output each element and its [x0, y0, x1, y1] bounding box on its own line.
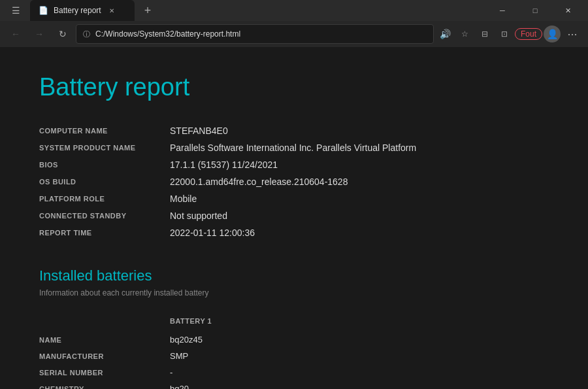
forward-btn[interactable]: →: [29, 24, 50, 44]
profile-avatar[interactable]: 👤: [544, 25, 561, 42]
info-value: 22000.1.amd64fre.co_release.210604-1628: [170, 173, 523, 190]
address-actions: 🔊 ☆ ⊟ ⊡ Fout 👤 ···: [436, 24, 583, 44]
refresh-btn[interactable]: ↻: [52, 24, 73, 44]
back-btn[interactable]: ←: [5, 24, 26, 44]
addressbar: ← → ↻ ⓘ C:/Windows/System32/battery-repo…: [0, 21, 588, 47]
battery-label: MANUFACTURER: [39, 348, 170, 364]
info-label: CONNECTED STANDBY: [39, 207, 170, 224]
battery-label: SERIAL NUMBER: [39, 364, 170, 381]
info-label: PLATFORM ROLE: [39, 190, 170, 207]
content-area: Battery report COMPUTER NAMESTEFANB4E0SY…: [0, 47, 588, 389]
battery-value: SMP: [170, 348, 523, 364]
info-label: REPORT TIME: [39, 224, 170, 241]
titlebar: ☰ 📄 Battery report ✕ + ─ □ ✕: [0, 0, 588, 21]
system-info-row: BIOS17.1.1 (51537) 11/24/2021: [39, 156, 523, 173]
battery-table: BATTERY 1 NAMEbq20z45MANUFACTURERSMPSERI…: [39, 313, 523, 389]
read-aloud-btn[interactable]: 🔊: [436, 25, 455, 43]
battery-value: -: [170, 364, 523, 381]
page-content: Battery report COMPUTER NAMESTEFANB4E0SY…: [0, 47, 562, 389]
lock-icon: ⓘ: [83, 29, 90, 39]
battery-row: NAMEbq20z45: [39, 331, 523, 348]
minimize-btn[interactable]: ─: [487, 0, 517, 21]
system-info-row: SYSTEM PRODUCT NAMEParallels Software In…: [39, 139, 523, 156]
fout-badge[interactable]: Fout: [515, 28, 542, 40]
maximize-btn[interactable]: □: [520, 0, 550, 21]
info-value: STEFANB4E0: [170, 122, 523, 139]
battery-label-col: [39, 313, 170, 331]
address-field[interactable]: ⓘ C:/Windows/System32/battery-report.htm…: [76, 24, 434, 44]
tab-title: Battery report: [54, 6, 101, 15]
info-label: BIOS: [39, 156, 170, 173]
battery-row: MANUFACTURERSMP: [39, 348, 523, 364]
info-label: COMPUTER NAME: [39, 122, 170, 139]
battery-row: SERIAL NUMBER-: [39, 364, 523, 381]
sidebar-toggle-btn[interactable]: ☰: [5, 0, 26, 21]
info-value: Mobile: [170, 190, 523, 207]
battery-value: bq20: [170, 381, 523, 389]
tab-icon: 📄: [38, 5, 48, 16]
info-value: 17.1.1 (51537) 11/24/2021: [170, 156, 523, 173]
info-value: 2022-01-11 12:00:36: [170, 224, 523, 241]
collections-btn[interactable]: ⊟: [476, 25, 494, 43]
system-info-row: OS BUILD22000.1.amd64fre.co_release.2106…: [39, 173, 523, 190]
favorites-btn[interactable]: ☆: [456, 25, 474, 43]
info-label: SYSTEM PRODUCT NAME: [39, 139, 170, 156]
installed-batteries-title: Installed batteries: [39, 267, 523, 284]
battery-label: CHEMISTRY: [39, 381, 170, 389]
battery-label: NAME: [39, 331, 170, 348]
url-text: C:/Windows/System32/battery-report.html: [95, 29, 427, 39]
titlebar-left: ☰ 📄 Battery report ✕ +: [5, 0, 487, 21]
system-info-row: CONNECTED STANDBYNot supported: [39, 207, 523, 224]
split-btn[interactable]: ⊡: [495, 25, 514, 43]
new-tab-btn[interactable]: +: [139, 1, 157, 20]
browser-tab[interactable]: 📄 Battery report ✕: [30, 0, 135, 21]
info-value: Not supported: [170, 207, 523, 224]
info-value: Parallels Software International Inc. Pa…: [170, 139, 523, 156]
window-controls: ─ □ ✕: [487, 0, 583, 21]
page-title: Battery report: [39, 73, 523, 101]
battery-value: bq20z45: [170, 331, 523, 348]
system-info-table: COMPUTER NAMESTEFANB4E0SYSTEM PRODUCT NA…: [39, 122, 523, 241]
tab-close-btn[interactable]: ✕: [106, 5, 117, 16]
system-info-row: PLATFORM ROLEMobile: [39, 190, 523, 207]
menu-btn[interactable]: ···: [562, 24, 583, 44]
battery-1-col: BATTERY 1: [170, 313, 523, 331]
system-info-row: COMPUTER NAMESTEFANB4E0: [39, 122, 523, 139]
battery-row: CHEMISTRYbq20: [39, 381, 523, 389]
close-btn[interactable]: ✕: [553, 0, 583, 21]
installed-batteries-subtitle: Information about each currently install…: [39, 288, 523, 297]
info-label: OS BUILD: [39, 173, 170, 190]
system-info-row: REPORT TIME2022-01-11 12:00:36: [39, 224, 523, 241]
